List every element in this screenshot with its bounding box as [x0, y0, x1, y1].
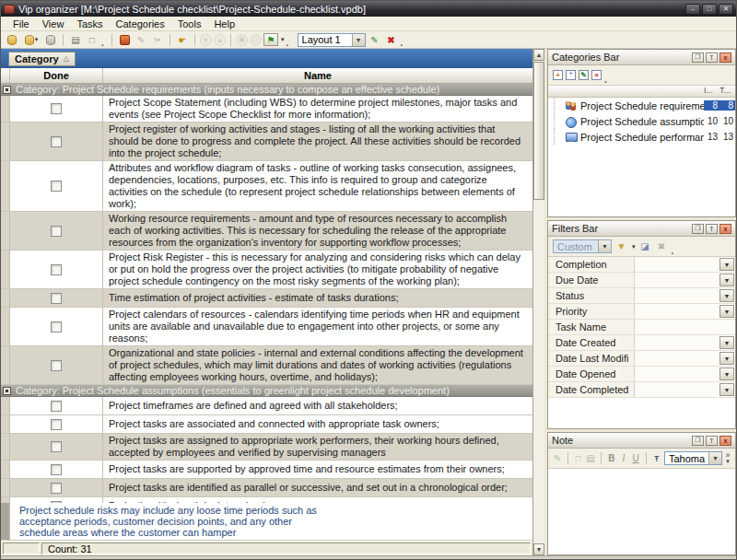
categories-pin-icon[interactable]: T — [706, 52, 718, 63]
category-group-row[interactable]: Category: Project Schedule assumptions (… — [1, 385, 532, 397]
checklist-row[interactable]: Organizational and state policies - inte… — [1, 346, 532, 385]
done-checkbox[interactable] — [51, 264, 62, 275]
column-header-name[interactable]: Name — [103, 68, 532, 83]
delete-category-icon[interactable]: × — [591, 70, 602, 80]
scroll-up-icon[interactable]: ▲ — [533, 49, 544, 61]
bold-icon[interactable]: B — [607, 452, 616, 465]
checklist-row[interactable]: Project Risk Register - this is necessar… — [1, 251, 532, 289]
menu-item-categories[interactable]: Categories — [110, 18, 171, 30]
filter-dropdown-icon[interactable]: ▼ — [719, 336, 734, 349]
delete-filter-icon[interactable]: ✖ — [655, 240, 669, 253]
new-task-icon[interactable] — [117, 33, 132, 47]
minimize-button[interactable]: – — [685, 4, 700, 15]
done-checkbox[interactable] — [51, 103, 62, 114]
note-page-icon[interactable]: □ — [574, 452, 583, 465]
delete-layout-icon[interactable]: ✖ — [384, 33, 399, 47]
done-checkbox[interactable] — [51, 483, 62, 494]
group-by-category-button[interactable]: Category △ — [8, 52, 76, 66]
done-checkbox[interactable] — [51, 419, 62, 430]
scroll-down-icon[interactable]: ▼ — [533, 543, 544, 555]
toolbar-overflow-dot-2[interactable]: . — [287, 38, 292, 48]
new-database-icon[interactable] — [5, 33, 19, 47]
menu-item-tools[interactable]: Tools — [171, 18, 208, 30]
table-scrollbar[interactable]: ▲ ▼ — [533, 49, 544, 555]
filter-value-field[interactable] — [635, 367, 719, 381]
checklist-row[interactable]: Project tasks are supported by approved … — [1, 461, 532, 479]
layout-combo-dropdown-icon[interactable]: ▼ — [352, 34, 365, 46]
filter-dropdown-icon[interactable]: ▼ — [719, 383, 734, 396]
done-checkbox[interactable] — [51, 321, 62, 332]
categories-close-icon[interactable]: x — [719, 52, 731, 63]
category-tree-item[interactable]: Project Schedule assumptions (essentials… — [548, 113, 735, 129]
add-category-icon[interactable]: + — [553, 70, 563, 80]
filters-overflow-dot[interactable]: . — [672, 246, 677, 256]
go-icon[interactable]: ⚑ — [263, 33, 278, 46]
menu-item-file[interactable]: File — [6, 18, 36, 30]
category-group-row[interactable]: Category: Project Schedule requirements … — [1, 84, 532, 96]
collapse-icon[interactable] — [3, 86, 11, 94]
collapse-all-icon[interactable]: ▢ — [250, 34, 262, 46]
edit-layout-icon[interactable]: ✎ — [368, 33, 382, 47]
add-subcategory-icon[interactable]: ⁺ — [566, 70, 576, 80]
filter-dropdown-icon[interactable]: ▼ — [719, 258, 734, 271]
done-checkbox[interactable] — [51, 401, 62, 412]
clear-filter-icon[interactable]: ◪ — [638, 240, 652, 253]
filter-value-field[interactable] — [635, 320, 735, 334]
checklist-row[interactable]: Project tasks are identified as parallel… — [1, 479, 532, 497]
expand-all-icon[interactable]: ▣ — [236, 34, 248, 46]
menu-item-help[interactable]: Help — [207, 18, 241, 30]
collapse-icon[interactable] — [3, 387, 11, 395]
filter-dropdown-icon[interactable]: ▼ — [719, 305, 734, 318]
checklist-row[interactable]: Project register of working activities a… — [1, 122, 532, 161]
done-checkbox[interactable] — [51, 360, 62, 371]
filter-dropdown-icon[interactable]: ▼ — [719, 368, 734, 380]
print-icon[interactable]: ▤ — [68, 33, 83, 47]
done-checkbox[interactable] — [51, 226, 62, 237]
checklist-row[interactable]: Project calendars of resources - calenda… — [1, 308, 532, 346]
maximize-button[interactable]: □ — [702, 4, 717, 15]
filter-value-field[interactable] — [635, 288, 719, 303]
toolbar-overflow-dot-3[interactable]: . — [401, 38, 406, 48]
layout-combo[interactable]: Layout 1 ▼ — [298, 33, 366, 47]
category-tree-item[interactable]: Project Schedule requirements (inputs ne… — [548, 98, 735, 113]
category-tree-item[interactable]: Project Schedule performance1313 — [548, 129, 735, 145]
open-database-icon[interactable]: ▾ — [21, 33, 41, 47]
checklist-row[interactable]: Project Scope Statement (including WBS) … — [1, 96, 532, 122]
toolbar-overflow-dot[interactable]: . — [101, 38, 107, 48]
filter-value-field[interactable] — [635, 273, 719, 287]
note-maximize-icon[interactable]: ❐ — [692, 436, 704, 446]
done-checkbox[interactable] — [51, 136, 62, 147]
checklist-row[interactable]: Project tasks are assigned to appropriat… — [1, 434, 532, 461]
column-header-done[interactable]: Done — [10, 68, 103, 83]
filter-value-field[interactable] — [635, 257, 719, 272]
categories-column-1[interactable]: I... — [704, 86, 719, 97]
menu-item-view[interactable]: View — [36, 18, 71, 30]
checklist-row[interactable]: Attributes and workflow diagram of tasks… — [1, 161, 532, 212]
categories-column-2[interactable]: T... — [719, 86, 735, 97]
filter-preset-combo[interactable]: Custom ▼ — [553, 239, 612, 253]
filters-pin-icon[interactable]: T — [706, 224, 718, 234]
delete-task-icon[interactable]: ✂ — [150, 33, 165, 47]
checklist-row[interactable]: Project timeframes are defined and agree… — [1, 397, 532, 415]
filter-dropdown-icon[interactable]: ▼ — [719, 352, 734, 365]
edit-task-icon[interactable]: ✎ — [134, 33, 148, 47]
print-preview-icon[interactable]: □ — [85, 33, 99, 47]
filter-dropdown-icon[interactable]: ▼ — [719, 289, 734, 302]
italic-icon[interactable]: I — [619, 452, 628, 465]
note-toolbar-overflow-icon[interactable]: »▼ — [725, 452, 731, 465]
note-content-area[interactable] — [548, 469, 735, 554]
filter-dropdown-icon[interactable]: ▾ — [632, 243, 636, 251]
font-combo-dropdown-icon[interactable]: ▼ — [708, 452, 721, 464]
checklist-row[interactable]: Project tasks are associated and connect… — [1, 415, 532, 434]
done-checkbox[interactable] — [51, 441, 62, 452]
note-close-icon[interactable]: x — [719, 436, 731, 446]
move-up-icon[interactable]: ▲ — [214, 34, 226, 46]
go-dropdown-icon[interactable]: ▾ — [281, 36, 285, 43]
move-down-icon[interactable]: ▼ — [200, 34, 212, 46]
filter-value-field[interactable] — [635, 351, 719, 366]
done-checkbox[interactable] — [51, 181, 62, 192]
note-print-icon[interactable]: ▤ — [586, 452, 595, 465]
filter-value-field[interactable] — [635, 304, 719, 319]
filters-close-icon[interactable]: x — [719, 224, 731, 234]
save-database-icon[interactable] — [43, 33, 58, 47]
